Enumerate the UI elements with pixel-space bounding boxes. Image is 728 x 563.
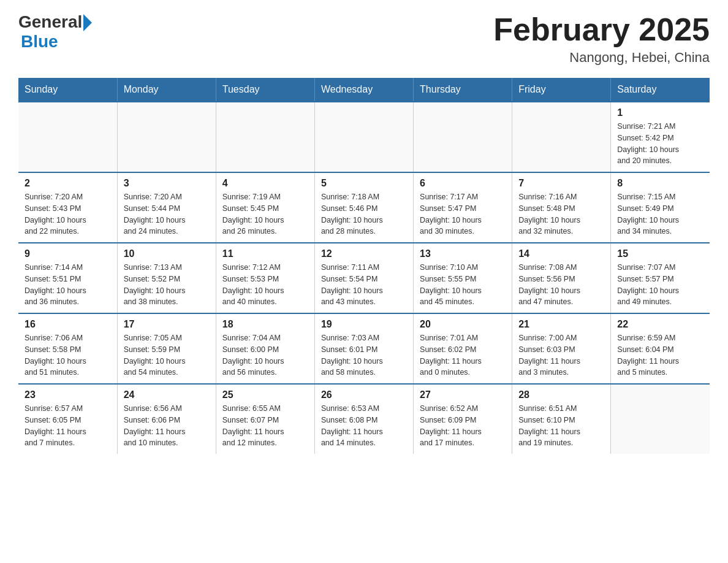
calendar-cell: 24Sunrise: 6:56 AM Sunset: 6:06 PM Dayli… [117, 384, 216, 454]
day-info: Sunrise: 7:04 AM Sunset: 6:00 PM Dayligh… [222, 332, 308, 378]
calendar-cell: 2Sunrise: 7:20 AM Sunset: 5:43 PM Daylig… [18, 172, 117, 243]
header-saturday: Saturday [611, 78, 710, 102]
calendar-cell: 15Sunrise: 7:07 AM Sunset: 5:57 PM Dayli… [611, 243, 710, 313]
title-block: February 2025 Nangong, Hebei, China [493, 12, 710, 66]
day-number: 16 [25, 319, 111, 330]
header-tuesday: Tuesday [216, 78, 314, 102]
calendar-cell: 13Sunrise: 7:10 AM Sunset: 5:55 PM Dayli… [414, 243, 512, 313]
day-number: 27 [420, 389, 506, 400]
day-info: Sunrise: 7:01 AM Sunset: 6:02 PM Dayligh… [420, 332, 506, 378]
day-info: Sunrise: 7:03 AM Sunset: 6:01 PM Dayligh… [321, 332, 407, 378]
day-number: 17 [124, 319, 210, 330]
calendar-cell [216, 102, 314, 172]
calendar-cell: 14Sunrise: 7:08 AM Sunset: 5:56 PM Dayli… [512, 243, 611, 313]
calendar-cell: 4Sunrise: 7:19 AM Sunset: 5:45 PM Daylig… [216, 172, 314, 243]
calendar-table: SundayMondayTuesdayWednesdayThursdayFrid… [18, 78, 710, 454]
day-number: 2 [25, 178, 111, 189]
calendar-cell: 6Sunrise: 7:17 AM Sunset: 5:47 PM Daylig… [414, 172, 512, 243]
day-number: 11 [222, 248, 308, 259]
calendar-cell: 23Sunrise: 6:57 AM Sunset: 6:05 PM Dayli… [18, 384, 117, 454]
day-number: 14 [518, 248, 604, 259]
calendar-cell: 12Sunrise: 7:11 AM Sunset: 5:54 PM Dayli… [314, 243, 413, 313]
calendar-cell [414, 102, 512, 172]
day-number: 1 [617, 107, 703, 118]
calendar-week-row: 1Sunrise: 7:21 AM Sunset: 5:42 PM Daylig… [18, 102, 710, 172]
day-info: Sunrise: 7:14 AM Sunset: 5:51 PM Dayligh… [25, 262, 111, 308]
calendar-cell [314, 102, 413, 172]
day-info: Sunrise: 6:57 AM Sunset: 6:05 PM Dayligh… [25, 403, 111, 449]
day-number: 9 [25, 248, 111, 259]
day-info: Sunrise: 7:17 AM Sunset: 5:47 PM Dayligh… [420, 191, 506, 237]
calendar-cell: 5Sunrise: 7:18 AM Sunset: 5:46 PM Daylig… [314, 172, 413, 243]
day-number: 12 [321, 248, 407, 259]
calendar-week-row: 16Sunrise: 7:06 AM Sunset: 5:58 PM Dayli… [18, 313, 710, 384]
day-number: 20 [420, 319, 506, 330]
calendar-cell: 17Sunrise: 7:05 AM Sunset: 5:59 PM Dayli… [117, 313, 216, 384]
day-info: Sunrise: 7:12 AM Sunset: 5:53 PM Dayligh… [222, 262, 308, 308]
calendar-cell: 18Sunrise: 7:04 AM Sunset: 6:00 PM Dayli… [216, 313, 314, 384]
day-info: Sunrise: 7:15 AM Sunset: 5:49 PM Dayligh… [617, 191, 703, 237]
calendar-cell [18, 102, 117, 172]
day-number: 7 [518, 178, 604, 189]
header-wednesday: Wednesday [314, 78, 413, 102]
day-info: Sunrise: 6:51 AM Sunset: 6:10 PM Dayligh… [518, 403, 604, 449]
day-info: Sunrise: 7:13 AM Sunset: 5:52 PM Dayligh… [124, 262, 210, 308]
calendar-cell [512, 102, 611, 172]
day-info: Sunrise: 7:06 AM Sunset: 5:58 PM Dayligh… [25, 332, 111, 378]
calendar-week-row: 9Sunrise: 7:14 AM Sunset: 5:51 PM Daylig… [18, 243, 710, 313]
day-info: Sunrise: 7:10 AM Sunset: 5:55 PM Dayligh… [420, 262, 506, 308]
calendar-cell: 1Sunrise: 7:21 AM Sunset: 5:42 PM Daylig… [611, 102, 710, 172]
day-number: 8 [617, 178, 703, 189]
header-thursday: Thursday [414, 78, 512, 102]
calendar-cell: 26Sunrise: 6:53 AM Sunset: 6:08 PM Dayli… [314, 384, 413, 454]
day-number: 10 [124, 248, 210, 259]
day-number: 15 [617, 248, 703, 259]
header-friday: Friday [512, 78, 611, 102]
header-sunday: Sunday [18, 78, 117, 102]
day-number: 23 [25, 389, 111, 400]
calendar-cell: 19Sunrise: 7:03 AM Sunset: 6:01 PM Dayli… [314, 313, 413, 384]
logo-arrow-icon [83, 14, 92, 31]
calendar-cell: 16Sunrise: 7:06 AM Sunset: 5:58 PM Dayli… [18, 313, 117, 384]
calendar-cell: 22Sunrise: 6:59 AM Sunset: 6:04 PM Dayli… [611, 313, 710, 384]
day-info: Sunrise: 7:16 AM Sunset: 5:48 PM Dayligh… [518, 191, 604, 237]
calendar-cell: 8Sunrise: 7:15 AM Sunset: 5:49 PM Daylig… [611, 172, 710, 243]
day-info: Sunrise: 7:20 AM Sunset: 5:43 PM Dayligh… [25, 191, 111, 237]
day-info: Sunrise: 7:19 AM Sunset: 5:45 PM Dayligh… [222, 191, 308, 237]
header-monday: Monday [117, 78, 216, 102]
day-number: 5 [321, 178, 407, 189]
day-info: Sunrise: 7:20 AM Sunset: 5:44 PM Dayligh… [124, 191, 210, 237]
day-info: Sunrise: 6:53 AM Sunset: 6:08 PM Dayligh… [321, 403, 407, 449]
day-info: Sunrise: 6:59 AM Sunset: 6:04 PM Dayligh… [617, 332, 703, 378]
day-number: 3 [124, 178, 210, 189]
calendar-week-row: 23Sunrise: 6:57 AM Sunset: 6:05 PM Dayli… [18, 384, 710, 454]
day-number: 28 [518, 389, 604, 400]
day-info: Sunrise: 7:11 AM Sunset: 5:54 PM Dayligh… [321, 262, 407, 308]
day-info: Sunrise: 7:08 AM Sunset: 5:56 PM Dayligh… [518, 262, 604, 308]
day-number: 22 [617, 319, 703, 330]
day-info: Sunrise: 7:00 AM Sunset: 6:03 PM Dayligh… [518, 332, 604, 378]
location: Nangong, Hebei, China [493, 50, 710, 66]
logo-general: General [18, 12, 82, 32]
calendar-cell: 27Sunrise: 6:52 AM Sunset: 6:09 PM Dayli… [414, 384, 512, 454]
calendar-cell: 28Sunrise: 6:51 AM Sunset: 6:10 PM Dayli… [512, 384, 611, 454]
page-header: General Blue February 2025 Nangong, Hebe… [18, 12, 710, 66]
day-number: 21 [518, 319, 604, 330]
day-number: 6 [420, 178, 506, 189]
day-info: Sunrise: 7:18 AM Sunset: 5:46 PM Dayligh… [321, 191, 407, 237]
calendar-cell: 11Sunrise: 7:12 AM Sunset: 5:53 PM Dayli… [216, 243, 314, 313]
day-info: Sunrise: 6:52 AM Sunset: 6:09 PM Dayligh… [420, 403, 506, 449]
day-number: 4 [222, 178, 308, 189]
day-number: 18 [222, 319, 308, 330]
day-number: 13 [420, 248, 506, 259]
day-info: Sunrise: 6:55 AM Sunset: 6:07 PM Dayligh… [222, 403, 308, 449]
calendar-week-row: 2Sunrise: 7:20 AM Sunset: 5:43 PM Daylig… [18, 172, 710, 243]
day-number: 24 [124, 389, 210, 400]
day-info: Sunrise: 6:56 AM Sunset: 6:06 PM Dayligh… [124, 403, 210, 449]
calendar-cell: 9Sunrise: 7:14 AM Sunset: 5:51 PM Daylig… [18, 243, 117, 313]
logo: General Blue [18, 12, 92, 52]
day-info: Sunrise: 7:05 AM Sunset: 5:59 PM Dayligh… [124, 332, 210, 378]
day-number: 25 [222, 389, 308, 400]
calendar-cell: 21Sunrise: 7:00 AM Sunset: 6:03 PM Dayli… [512, 313, 611, 384]
calendar-cell [117, 102, 216, 172]
